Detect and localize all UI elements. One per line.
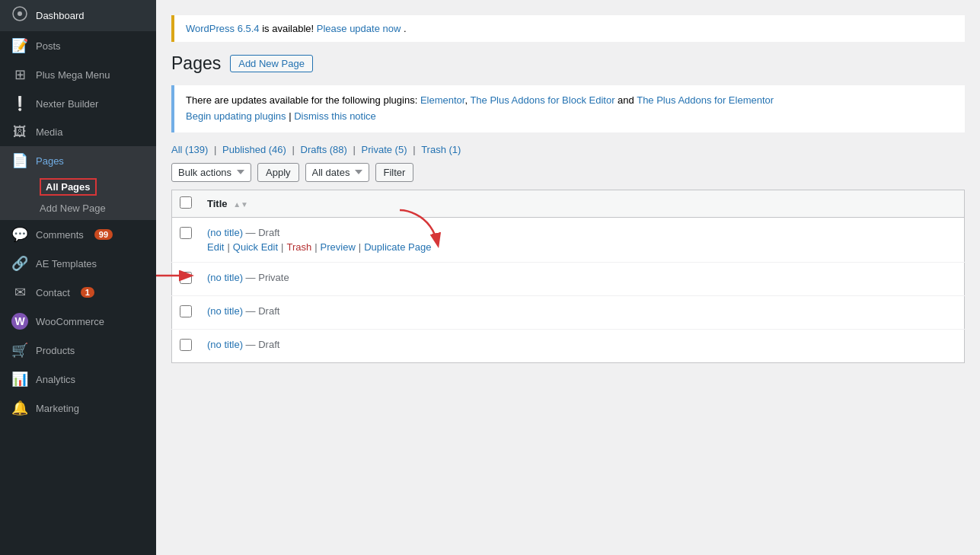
table-row: (no title) — Draft — [172, 329, 965, 362]
nexter-builder-icon: ❕ — [11, 95, 28, 112]
toolbar: Bulk actions Apply All dates Filter — [171, 163, 965, 182]
table-row: (no title) — Draft — [172, 295, 965, 329]
notice-update: WordPress 6.5.4 is available! Please upd… — [171, 15, 965, 42]
woocommerce-icon: W — [11, 313, 28, 330]
dashboard-icon — [11, 6, 28, 25]
sidebar-item-comments[interactable]: 💬 Comments 99 — [0, 220, 156, 249]
svg-point-1 — [18, 11, 22, 16]
sidebar-item-plus-mega-menu-label: Plus Mega Menu — [36, 69, 110, 81]
sidebar-item-dashboard-label: Dashboard — [36, 10, 85, 21]
sidebar-item-woocommerce-label: WooCommerce — [36, 316, 104, 327]
page-title: Pages — [171, 53, 221, 74]
notice-period: . — [404, 23, 407, 34]
sidebar-item-contact-label: Contact — [36, 287, 70, 298]
select-all-header — [172, 190, 200, 217]
sidebar: Dashboard 📝 Posts ⊞ Plus Mega Menu ❕ Nex… — [0, 0, 156, 555]
table-row: (no title) — Private — [172, 262, 965, 295]
sidebar-item-ae-templates[interactable]: 🔗 AE Templates — [0, 249, 156, 278]
pages-table-wrapper: Title ▲▼ (no title) — Draft Edit — [171, 190, 965, 363]
add-new-page-label: Add New Page — [40, 203, 106, 214]
notice-plugins: There are updates available for the foll… — [171, 85, 965, 132]
contact-icon: ✉ — [11, 284, 28, 301]
row1-edit-link[interactable]: Edit — [207, 241, 224, 253]
plugin3-link[interactable]: The Plus Addons for Elementor — [637, 94, 774, 106]
row4-checkbox[interactable] — [180, 339, 192, 351]
wp-version-link[interactable]: WordPress 6.5.4 — [186, 23, 260, 34]
sidebar-item-posts[interactable]: 📝 Posts — [0, 31, 156, 60]
add-new-page-button[interactable]: Add New Page — [230, 55, 313, 72]
bulk-actions-select[interactable]: Bulk actions — [171, 163, 251, 182]
sidebar-item-ae-templates-label: AE Templates — [36, 258, 97, 270]
sort-icon[interactable]: ▲▼ — [233, 200, 248, 209]
sidebar-item-products-label: Products — [36, 345, 75, 356]
comments-icon: 💬 — [11, 226, 28, 243]
filter-all[interactable]: All (139) — [171, 144, 208, 155]
title-label: Title — [207, 198, 228, 209]
row1-trash-link[interactable]: Trash — [286, 241, 311, 253]
sidebar-item-nexter-builder[interactable]: ❕ Nexter Builder — [0, 89, 156, 118]
filter-links: All (139) | Published (46) | Drafts (88)… — [171, 144, 965, 155]
sidebar-item-media[interactable]: 🖼 Media — [0, 118, 156, 146]
row3-checkbox-cell — [172, 295, 200, 329]
ae-templates-icon: 🔗 — [11, 255, 28, 272]
marketing-icon: 🔔 — [11, 400, 28, 416]
row1-duplicate-link[interactable]: Duplicate Page — [364, 241, 431, 253]
sidebar-item-contact[interactable]: ✉ Contact 1 — [0, 278, 156, 307]
row2-checkbox[interactable] — [180, 272, 192, 284]
row3-status: — Draft — [246, 305, 280, 317]
filter-private[interactable]: Private (5) — [362, 144, 407, 155]
update-now-link[interactable]: Please update now — [317, 23, 401, 34]
sidebar-subitem-all-pages[interactable]: All Pages — [0, 175, 156, 199]
row4-title-link[interactable]: (no title) — [207, 339, 243, 350]
row1-status: — Draft — [246, 227, 280, 238]
sidebar-item-marketing-label: Marketing — [36, 403, 79, 414]
row1-checkbox[interactable] — [180, 227, 192, 239]
filter-drafts[interactable]: Drafts (88) — [301, 144, 347, 155]
row1-title-link[interactable]: (no title) — [207, 227, 243, 238]
row1-quick-edit-link[interactable]: Quick Edit — [233, 241, 278, 253]
sidebar-item-pages-label: Pages — [36, 155, 64, 167]
plugin1-link[interactable]: Elementor — [420, 94, 465, 106]
sidebar-item-marketing[interactable]: 🔔 Marketing — [0, 394, 156, 423]
row3-checkbox[interactable] — [180, 305, 192, 317]
row1-preview-link[interactable]: Preview — [321, 241, 356, 253]
page-heading: Pages Add New Page — [171, 53, 965, 74]
sidebar-item-dashboard[interactable]: Dashboard — [0, 0, 156, 31]
comments-badge: 99 — [94, 229, 113, 240]
pages-table: Title ▲▼ (no title) — Draft Edit — [171, 190, 965, 363]
contact-badge: 1 — [81, 287, 94, 298]
row4-title-cell: (no title) — Draft — [200, 329, 965, 362]
row2-title-link[interactable]: (no title) — [207, 272, 243, 283]
main-content: WordPress 6.5.4 is available! Please upd… — [156, 0, 980, 555]
pages-icon: 📄 — [11, 152, 28, 169]
sidebar-item-analytics-label: Analytics — [36, 374, 75, 385]
media-icon: 🖼 — [11, 124, 28, 140]
notice-plugins-prefix: There are updates available for the foll… — [186, 94, 417, 106]
apply-button[interactable]: Apply — [257, 163, 299, 182]
sidebar-item-woocommerce[interactable]: W WooCommerce — [0, 307, 156, 336]
begin-updating-link[interactable]: Begin updating plugins — [186, 110, 286, 122]
plus-mega-menu-icon: ⊞ — [11, 66, 28, 83]
sidebar-item-media-label: Media — [36, 126, 62, 138]
sidebar-item-pages[interactable]: 📄 Pages — [0, 146, 156, 175]
select-all-checkbox[interactable] — [180, 196, 192, 209]
sidebar-subitem-add-new-page[interactable]: Add New Page — [0, 199, 156, 220]
row2-title-cell: (no title) — Private — [200, 262, 965, 295]
analytics-icon: 📊 — [11, 371, 28, 388]
row3-title-link[interactable]: (no title) — [207, 305, 243, 317]
filter-button[interactable]: Filter — [375, 163, 414, 182]
filter-published[interactable]: Published (46) — [222, 144, 286, 155]
table-row: (no title) — Draft Edit | Quick Edit | T… — [172, 217, 965, 262]
date-filter-select[interactable]: All dates — [305, 163, 369, 182]
row2-checkbox-cell — [172, 262, 200, 295]
sidebar-item-plus-mega-menu[interactable]: ⊞ Plus Mega Menu — [0, 60, 156, 89]
filter-trash[interactable]: Trash (1) — [421, 144, 461, 155]
connector-text: and — [618, 94, 634, 106]
dismiss-notice-link[interactable]: Dismiss this notice — [294, 110, 376, 122]
sidebar-item-analytics[interactable]: 📊 Analytics — [0, 365, 156, 394]
available-text: is available! — [262, 23, 314, 34]
plugin2-link[interactable]: The Plus Addons for Block Editor — [470, 94, 614, 106]
row3-title-cell: (no title) — Draft — [200, 295, 965, 329]
products-icon: 🛒 — [11, 342, 28, 359]
sidebar-item-products[interactable]: 🛒 Products — [0, 336, 156, 365]
